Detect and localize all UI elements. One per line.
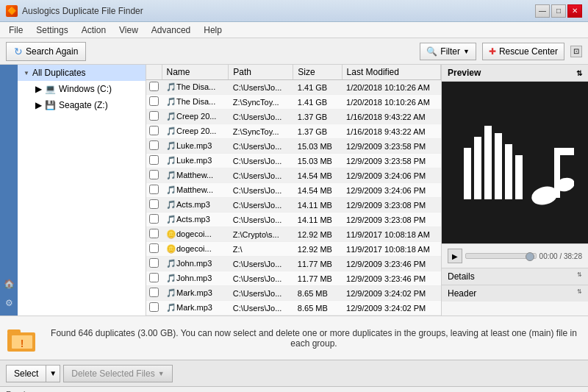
file-type-icon: 🎵	[166, 141, 176, 150]
minimize-button[interactable]: —	[535, 4, 550, 18]
row-checkbox-cell[interactable]	[146, 95, 162, 110]
window-resize-handle[interactable]: ⊡	[570, 46, 582, 57]
file-modified-cell: 11/9/2017 10:08:18 AM	[342, 227, 440, 242]
menu-file[interactable]: File	[3, 24, 29, 37]
path-column-header[interactable]: Path	[229, 65, 293, 80]
sidebar-item-all-duplicates[interactable]: ▼ All Duplicates	[18, 65, 146, 81]
close-button[interactable]: ✕	[567, 4, 582, 18]
file-name-cell: 💾sdcard_3...	[162, 316, 229, 316]
file-name-cell: 🎵The Disa...	[162, 95, 229, 110]
name-column-header[interactable]: Name	[162, 65, 229, 80]
row-checkbox[interactable]	[149, 82, 159, 91]
row-checkbox[interactable]	[149, 273, 159, 282]
row-checkbox-cell[interactable]	[146, 213, 162, 227]
file-list-container[interactable]: Name Path Size Last Modified 🎵The Disa..…	[146, 65, 441, 316]
menu-help[interactable]: Help	[198, 24, 228, 37]
maximize-button[interactable]: □	[551, 4, 566, 18]
row-checkbox[interactable]	[149, 229, 159, 238]
file-name-cell: 🎵Matthew...	[162, 183, 229, 198]
rescue-center-button[interactable]: ✚ Rescue Center	[482, 43, 564, 60]
row-checkbox-cell[interactable]	[146, 139, 162, 154]
row-checkbox[interactable]	[149, 140, 159, 150]
header-section[interactable]: Header ⇅	[442, 285, 588, 302]
select-button-group[interactable]: Select ▼	[6, 365, 60, 382]
row-checkbox-cell[interactable]	[146, 124, 162, 139]
row-checkbox-cell[interactable]	[146, 271, 162, 286]
menu-advanced[interactable]: Advanced	[146, 24, 196, 37]
file-size-cell: 8.65 MB	[293, 286, 342, 301]
row-checkbox[interactable]	[149, 155, 159, 165]
row-checkbox[interactable]	[149, 199, 159, 209]
row-checkbox[interactable]	[149, 243, 159, 253]
preview-collapse-icon[interactable]: ⇅	[576, 69, 582, 77]
row-checkbox[interactable]	[149, 111, 159, 121]
row-checkbox-cell[interactable]	[146, 257, 162, 271]
row-checkbox-cell[interactable]	[146, 301, 162, 316]
details-expand-icon: ⇅	[577, 271, 582, 282]
delete-label: Delete Selected Files	[71, 368, 154, 379]
row-checkbox[interactable]	[149, 302, 159, 312]
table-row: 🎵John.mp3 C:\Users\Jo... 11.77 MB 12/9/2…	[146, 257, 441, 271]
window-controls[interactable]: — □ ✕	[535, 4, 582, 18]
file-size-cell: 12.92 MB	[293, 242, 342, 257]
row-checkbox-cell[interactable]	[146, 316, 162, 316]
file-name-cell: 🎵Mark.mp3	[162, 301, 229, 316]
left-accent-bar: 🏠 ⚙	[0, 65, 18, 316]
delete-selected-button[interactable]: Delete Selected Files ▼	[63, 365, 172, 382]
current-time: 00:00	[539, 252, 558, 260]
ready-bar: Ready	[0, 386, 588, 392]
file-type-icon: 🎵	[166, 185, 176, 194]
menu-settings[interactable]: Settings	[30, 24, 74, 37]
file-path-cell: C:\Users\Jo...	[229, 139, 293, 154]
row-checkbox-cell[interactable]	[146, 168, 162, 183]
row-checkbox[interactable]	[149, 258, 159, 268]
search-again-button[interactable]: ↻ Search Again	[6, 42, 86, 61]
file-type-icon: 🪙	[166, 244, 176, 253]
menu-view[interactable]: View	[113, 24, 144, 37]
details-section[interactable]: Details ⇅	[442, 268, 588, 285]
table-row: 🎵Acts.mp3 C:\Users\Jo... 14.11 MB 12/9/2…	[146, 198, 441, 213]
table-row: 🎵Luke.mp3 C:\Users\Jo... 15.03 MB 12/9/2…	[146, 139, 441, 154]
checkbox-header	[146, 65, 162, 80]
title-bar: 🔶 Auslogics Duplicate File Finder — □ ✕	[0, 0, 588, 22]
size-column-header[interactable]: Size	[293, 65, 342, 80]
row-checkbox[interactable]	[149, 170, 159, 179]
row-checkbox[interactable]	[149, 126, 159, 135]
file-size-cell: 11.77 MB	[293, 257, 342, 271]
row-checkbox[interactable]	[149, 96, 159, 106]
menu-action[interactable]: Action	[76, 24, 112, 37]
progress-thumb[interactable]	[526, 252, 534, 261]
svg-rect-11	[7, 329, 21, 334]
row-checkbox[interactable]	[149, 214, 159, 224]
svg-text:!: !	[21, 338, 24, 349]
row-checkbox-cell[interactable]	[146, 110, 162, 124]
file-name-cell: 🎵Mark.mp3	[162, 286, 229, 301]
row-checkbox[interactable]	[149, 288, 159, 297]
filter-button[interactable]: 🔍 Filter ▼	[420, 43, 476, 60]
row-checkbox[interactable]	[149, 185, 159, 194]
play-button[interactable]: ▶	[448, 249, 462, 263]
row-checkbox-cell[interactable]	[146, 183, 162, 198]
file-path-cell: C:\Users\Jo...	[229, 168, 293, 183]
row-checkbox-cell[interactable]	[146, 198, 162, 213]
accent-icon-1[interactable]: 🏠	[2, 277, 15, 291]
file-size-cell: 11.77 MB	[293, 271, 342, 286]
row-checkbox-cell[interactable]	[146, 154, 162, 168]
select-dropdown-arrow[interactable]: ▼	[46, 366, 60, 382]
file-modified-cell: 8/2/2018 2:46:30 PM	[342, 316, 440, 316]
file-modified-cell: 12/9/2009 3:23:58 PM	[342, 139, 440, 154]
sidebar-item-seagate-z[interactable]: ▶ 💾 Seagate (Z:)	[18, 97, 146, 113]
file-size-cell: 7.44 MB	[293, 316, 342, 316]
file-modified-cell: 12/9/2009 3:24:02 PM	[342, 286, 440, 301]
progress-bar[interactable]	[465, 253, 537, 259]
accent-icon-2[interactable]: ⚙	[2, 296, 15, 310]
preview-panel: Preview ⇅ ▶	[441, 65, 588, 316]
row-checkbox-cell[interactable]	[146, 227, 162, 242]
sidebar-item-windows-c[interactable]: ▶ 💻 Windows (C:)	[18, 81, 146, 97]
filter-label: Filter	[440, 46, 460, 57]
modified-column-header[interactable]: Last Modified	[342, 65, 440, 80]
select-button-main[interactable]: Select	[7, 366, 46, 382]
row-checkbox-cell[interactable]	[146, 242, 162, 257]
row-checkbox-cell[interactable]	[146, 80, 162, 95]
row-checkbox-cell[interactable]	[146, 286, 162, 301]
